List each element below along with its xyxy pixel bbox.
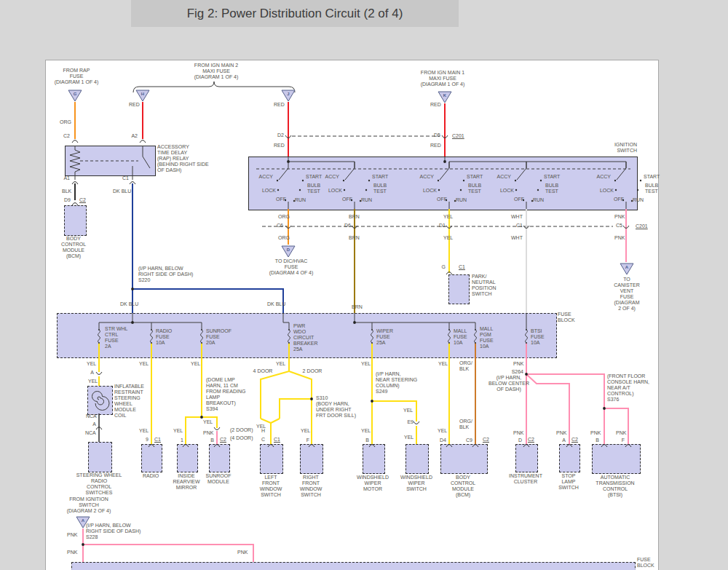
- connector-icon: [566, 445, 572, 448]
- relay-arm: [143, 157, 150, 168]
- ign-accy-4: ACCY: [597, 174, 611, 180]
- connector-icon: [523, 445, 529, 448]
- connector-icon: [183, 445, 189, 448]
- wire-pnk-ic: PNK: [513, 430, 523, 436]
- pin-c1-relay: C1: [122, 175, 129, 181]
- ign-lock-3: LOCK: [500, 188, 514, 194]
- pin-a-sls: A: [562, 438, 566, 443]
- wire-pnk-c5b: PNK: [614, 235, 625, 241]
- triangle-d-letter: D: [287, 247, 290, 253]
- fuse-block-label: FUSE BLOCK: [558, 312, 575, 323]
- out-pnk-btsi: PNK: [513, 361, 523, 367]
- out-yel-pwrwdo: YEL: [276, 361, 285, 367]
- ign-off-0: OFF: [276, 197, 286, 202]
- out-yel-radio: YEL: [139, 361, 149, 367]
- conn-c2-bcm: C2: [79, 197, 86, 203]
- ign-start-1: START: [372, 174, 388, 180]
- rws-label: RIGHT FRONT WINDOW SWITCH: [300, 475, 323, 498]
- ign-main2-brace: [133, 82, 295, 92]
- wire-yel-sunroof2: YEL: [203, 419, 213, 425]
- ign-accy-2: ACCY: [420, 174, 434, 180]
- splice-dot: [443, 160, 446, 163]
- wire-brn-b: BRN: [349, 235, 360, 241]
- ign-off-4: OFF: [614, 197, 624, 202]
- fb-entry2: [283, 313, 289, 330]
- wire-org-c6b: ORG: [278, 235, 290, 241]
- from-ign-main1: FROM IGN MAIN 1 MAXI FUSE (DIAGRAM 1 OF …: [421, 70, 465, 87]
- pin-d4-bcm: D4: [440, 438, 446, 443]
- ign-off-2: OFF: [437, 197, 447, 202]
- conn-c2-ic: C2: [528, 437, 534, 443]
- wire-yel-radio2: YEL: [139, 428, 149, 434]
- triangle-j-letter: J: [287, 91, 289, 97]
- fuse-radio-label: RADIO FUSE 10A: [156, 328, 172, 346]
- splice-s264-label: S264: [512, 369, 523, 375]
- conn-c2-bcm2: C2: [483, 437, 489, 443]
- out-yel-mall: YEL: [438, 361, 448, 367]
- restraint-coil-label: INFLATABLE RESTRAINT STEERING WHEEL MODU…: [114, 384, 144, 419]
- connector-icon: [140, 140, 146, 143]
- ign-wiper-2: [440, 162, 449, 180]
- pin-c6: C6: [277, 223, 283, 229]
- yel-s310-left: [280, 399, 312, 419]
- pin-d1: D1: [439, 223, 446, 229]
- wire-blk-label: BLK: [62, 189, 71, 194]
- ign-off-1: OFF: [342, 197, 352, 202]
- wire-wht-a: WHT: [511, 214, 523, 220]
- wire-pnk-bot2: PNK: [67, 550, 77, 555]
- fuse-element-symbol: [201, 330, 203, 343]
- wire-wht-b: WHT: [511, 235, 523, 241]
- fuse-block2-label: FUSE BLOCK: [637, 557, 654, 569]
- wire-yel-a: YEL: [443, 214, 453, 220]
- splice-s220-label: (I/P HARN, BELOW RIGHT SIDE OF DASH) S22…: [138, 266, 193, 283]
- ign-off-3: OFF: [514, 197, 524, 202]
- ign-accy-0: ACCY: [259, 174, 273, 180]
- splice-s264-note: (I/P HARN, BELOW CENTER OF DASH): [488, 375, 529, 392]
- pnp-label: PARK/ NEUTRAL POSITION SWITCH: [472, 274, 496, 297]
- connector-icon: [72, 140, 78, 143]
- wire-pnk-atc2: PNK: [616, 430, 626, 436]
- fuse-element-symbol: [371, 330, 373, 343]
- ign-accy-1: ACCY: [325, 174, 339, 180]
- wire-pnk-bot1: PNK: [67, 532, 77, 538]
- fuse-element-symbol: [526, 330, 528, 343]
- splice-dot: [603, 407, 606, 410]
- out-yel-coil: YEL: [87, 361, 96, 367]
- sls-label: STOP LAMP SWITCH: [558, 473, 579, 491]
- ign-bus-j: [288, 162, 355, 168]
- splice-s228-label: (I/P HARN, BELOW RIGHT SIDE OF DASH) S22…: [86, 523, 141, 540]
- connector-icon: [601, 445, 607, 448]
- conn-c2-sunroof: C2: [220, 437, 226, 443]
- fuse-pwrwdo-label: PWR WDO CIRCUIT BREAKER 25A: [293, 323, 317, 352]
- atc-label: AUTOMATIC TRANSMISSION CONTROL (BTSI): [596, 475, 634, 498]
- wire-org-c6a: ORG: [278, 214, 290, 220]
- splice-s310-label: S310 (BODY HARN, UNDER RIGHT FRT DOOR SI…: [316, 395, 356, 419]
- triangle-g-letter: G: [74, 91, 77, 97]
- wire-red-j-label: RED: [274, 102, 285, 108]
- wire-org-label: ORG: [60, 119, 71, 125]
- ignition-switch-label: IGNITION SWITCH: [614, 142, 637, 154]
- pin-f-atc: F: [622, 438, 625, 443]
- ign-wiper-1: [345, 162, 355, 180]
- pin-d9: D9: [64, 197, 71, 203]
- ign-lock-2: LOCK: [423, 188, 437, 194]
- ign-run-3: RUN: [533, 197, 544, 203]
- from-rap-fuse: FROM RAP FUSE (DIAGRAM 1 OF 4): [55, 68, 99, 85]
- connector-icon: [369, 445, 375, 448]
- ign-run-0: RUN: [295, 197, 306, 203]
- ign-bulb-4: BULB TEST: [645, 183, 658, 194]
- splice-dot: [310, 397, 313, 400]
- wire-yel-wm: YEL: [361, 428, 371, 434]
- from-ign-main2: FROM IGN MAIN 2 MAXI FUSE (DIAGRAM 1 OF …: [194, 63, 239, 80]
- label-4door: 4 DOOR: [253, 368, 273, 374]
- pin-a2-relay: A2: [131, 133, 138, 139]
- ign-lock-1: LOCK: [328, 188, 342, 194]
- ign-lock-4: LOCK: [600, 188, 614, 194]
- out-yel-coil2: YEL: [88, 379, 98, 384]
- fuse-element-symbol: [288, 330, 290, 343]
- splice-s394-label: (DOME LMP HARN, 11 CM FROM READING LAMP …: [206, 377, 245, 412]
- lws-label: LEFT FRONT WINDOW SWITCH: [260, 475, 282, 498]
- bcm-bottom-label: BODY CONTROL MODULE (BCM): [451, 475, 475, 498]
- wire-brn-c: BRN: [352, 304, 363, 310]
- fuse-element-symbol: [475, 330, 477, 343]
